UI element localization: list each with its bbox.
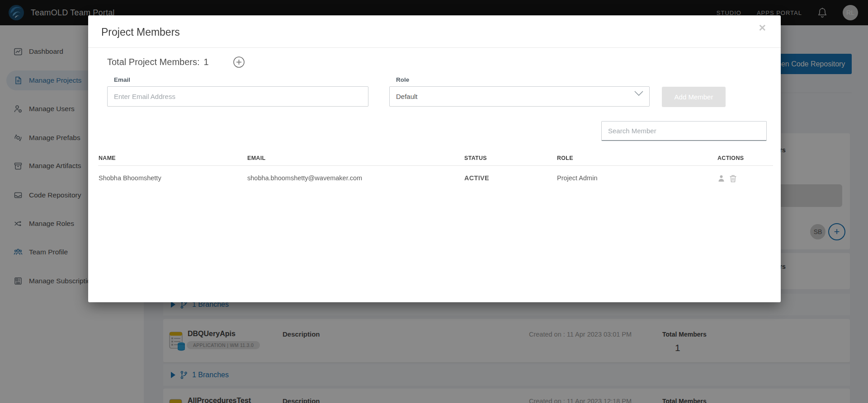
table-row: Shobha Bhoomshetty shobha.bhoomshetty@wa… <box>98 165 773 191</box>
delete-member-trash-icon[interactable] <box>729 174 737 183</box>
role-selected-value: Default <box>396 93 418 100</box>
col-header-role: ROLE <box>557 155 573 161</box>
col-header-actions: ACTIONS <box>717 155 744 161</box>
col-header-email: EMAIL <box>247 155 265 161</box>
email-field[interactable] <box>107 86 368 107</box>
add-member-button[interactable]: Add Member <box>662 87 726 107</box>
member-email: shobha.bhoomshetty@wavemaker.com <box>247 174 362 182</box>
col-header-status: STATUS <box>464 155 487 161</box>
modal-header-divider <box>88 47 781 48</box>
total-members-count: 1 <box>204 57 209 67</box>
row-actions <box>717 174 737 183</box>
close-icon[interactable]: ✕ <box>758 23 766 33</box>
email-label: Email <box>114 76 130 83</box>
members-table: NAME EMAIL STATUS ROLE ACTIONS Shobha Bh… <box>98 153 773 191</box>
role-label: Role <box>396 76 409 83</box>
add-member-plus-icon[interactable] <box>233 56 245 68</box>
member-name: Shobha Bhoomshetty <box>99 174 161 182</box>
member-admin-icon[interactable] <box>717 174 725 183</box>
project-members-modal: Project Members ✕ Total Project Members:… <box>88 15 781 302</box>
search-member-input[interactable] <box>601 121 767 141</box>
modal-title: Project Members <box>101 26 180 38</box>
member-role: Project Admin <box>557 174 597 182</box>
total-members-label: Total Project Members: <box>107 57 200 67</box>
status-badge: ACTIVE <box>464 174 489 182</box>
col-header-name: NAME <box>99 155 116 161</box>
table-header-row: NAME EMAIL STATUS ROLE ACTIONS <box>98 153 773 165</box>
chevron-down-icon <box>634 90 644 97</box>
role-dropdown[interactable]: Default <box>389 86 650 107</box>
